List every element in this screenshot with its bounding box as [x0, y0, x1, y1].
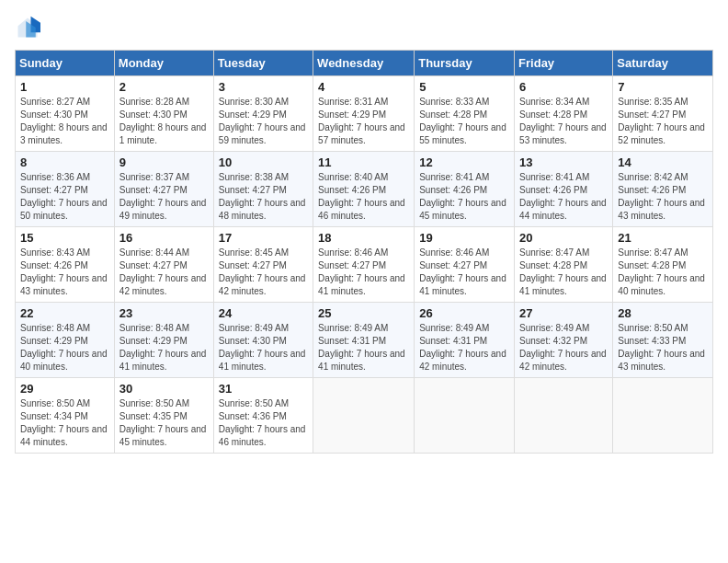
calendar-cell [313, 378, 415, 454]
calendar-cell: 27Sunrise: 8:49 AMSunset: 4:32 PMDayligh… [515, 303, 613, 378]
calendar-header-friday: Friday [515, 51, 613, 76]
calendar-cell: 8Sunrise: 8:36 AMSunset: 4:27 PMDaylight… [16, 152, 115, 227]
day-info: Sunrise: 8:30 AMSunset: 4:29 PMDaylight:… [219, 96, 308, 147]
calendar-cell: 11Sunrise: 8:40 AMSunset: 4:26 PMDayligh… [313, 152, 415, 227]
calendar-cell: 15Sunrise: 8:43 AMSunset: 4:26 PMDayligh… [16, 227, 115, 303]
calendar-cell: 12Sunrise: 8:41 AMSunset: 4:26 PMDayligh… [415, 152, 515, 227]
day-info: Sunrise: 8:47 AMSunset: 4:28 PMDaylight:… [519, 247, 608, 298]
day-info: Sunrise: 8:28 AMSunset: 4:30 PMDaylight:… [119, 96, 209, 147]
day-info: Sunrise: 8:46 AMSunset: 4:27 PMDaylight:… [318, 247, 409, 298]
day-number: 2 [119, 80, 209, 94]
day-number: 28 [618, 306, 708, 320]
day-info: Sunrise: 8:34 AMSunset: 4:28 PMDaylight:… [519, 96, 608, 147]
calendar-cell: 7Sunrise: 8:35 AMSunset: 4:27 PMDaylight… [613, 76, 713, 152]
day-number: 30 [119, 382, 209, 396]
day-number: 24 [219, 306, 308, 320]
calendar-header-sunday: Sunday [16, 51, 115, 76]
calendar-header-saturday: Saturday [613, 51, 713, 76]
day-info: Sunrise: 8:44 AMSunset: 4:27 PMDaylight:… [119, 247, 209, 298]
day-number: 26 [419, 306, 509, 320]
day-info: Sunrise: 8:47 AMSunset: 4:28 PMDaylight:… [618, 247, 708, 298]
day-info: Sunrise: 8:31 AMSunset: 4:29 PMDaylight:… [318, 96, 409, 147]
day-info: Sunrise: 8:49 AMSunset: 4:32 PMDaylight:… [519, 322, 608, 373]
day-number: 10 [219, 155, 308, 169]
calendar-cell: 5Sunrise: 8:33 AMSunset: 4:28 PMDaylight… [415, 76, 515, 152]
calendar-week-1: 1Sunrise: 8:27 AMSunset: 4:30 PMDaylight… [16, 76, 713, 152]
calendar-cell: 31Sunrise: 8:50 AMSunset: 4:36 PMDayligh… [213, 378, 313, 454]
day-info: Sunrise: 8:27 AMSunset: 4:30 PMDaylight:… [20, 96, 109, 147]
day-number: 21 [618, 231, 708, 245]
calendar-cell: 1Sunrise: 8:27 AMSunset: 4:30 PMDaylight… [16, 76, 115, 152]
calendar-cell: 4Sunrise: 8:31 AMSunset: 4:29 PMDaylight… [313, 76, 415, 152]
day-number: 9 [119, 155, 209, 169]
day-number: 3 [219, 80, 308, 94]
calendar-cell: 28Sunrise: 8:50 AMSunset: 4:33 PMDayligh… [613, 303, 713, 378]
calendar-cell: 17Sunrise: 8:45 AMSunset: 4:27 PMDayligh… [213, 227, 313, 303]
calendar-cell: 18Sunrise: 8:46 AMSunset: 4:27 PMDayligh… [313, 227, 415, 303]
calendar-cell: 14Sunrise: 8:42 AMSunset: 4:26 PMDayligh… [613, 152, 713, 227]
day-number: 12 [419, 155, 509, 169]
day-number: 4 [318, 80, 409, 94]
calendar-cell: 26Sunrise: 8:49 AMSunset: 4:31 PMDayligh… [415, 303, 515, 378]
logo [15, 15, 44, 40]
day-info: Sunrise: 8:49 AMSunset: 4:31 PMDaylight:… [419, 322, 509, 373]
calendar-header-thursday: Thursday [415, 51, 515, 76]
calendar-cell: 13Sunrise: 8:41 AMSunset: 4:26 PMDayligh… [515, 152, 613, 227]
day-info: Sunrise: 8:49 AMSunset: 4:31 PMDaylight:… [318, 322, 409, 373]
day-number: 22 [20, 306, 109, 320]
day-info: Sunrise: 8:50 AMSunset: 4:35 PMDaylight:… [119, 397, 209, 449]
day-number: 20 [519, 231, 608, 245]
calendar-cell: 3Sunrise: 8:30 AMSunset: 4:29 PMDaylight… [213, 76, 313, 152]
day-info: Sunrise: 8:50 AMSunset: 4:36 PMDaylight:… [219, 397, 308, 449]
calendar-cell: 23Sunrise: 8:48 AMSunset: 4:29 PMDayligh… [114, 303, 213, 378]
calendar-cell: 16Sunrise: 8:44 AMSunset: 4:27 PMDayligh… [114, 227, 213, 303]
day-number: 6 [519, 80, 608, 94]
day-number: 11 [318, 155, 409, 169]
day-number: 18 [318, 231, 409, 245]
calendar-cell: 29Sunrise: 8:50 AMSunset: 4:34 PMDayligh… [16, 378, 115, 454]
day-info: Sunrise: 8:43 AMSunset: 4:26 PMDaylight:… [20, 247, 109, 298]
day-number: 31 [219, 382, 308, 396]
day-info: Sunrise: 8:45 AMSunset: 4:27 PMDaylight:… [219, 247, 308, 298]
page-header [15, 15, 713, 40]
day-info: Sunrise: 8:49 AMSunset: 4:30 PMDaylight:… [219, 322, 308, 373]
calendar-header-wednesday: Wednesday [313, 51, 415, 76]
day-info: Sunrise: 8:38 AMSunset: 4:27 PMDaylight:… [219, 171, 308, 223]
day-info: Sunrise: 8:37 AMSunset: 4:27 PMDaylight:… [119, 171, 209, 223]
day-info: Sunrise: 8:48 AMSunset: 4:29 PMDaylight:… [119, 322, 209, 373]
calendar-cell: 20Sunrise: 8:47 AMSunset: 4:28 PMDayligh… [515, 227, 613, 303]
day-number: 29 [20, 382, 109, 396]
day-number: 17 [219, 231, 308, 245]
day-info: Sunrise: 8:50 AMSunset: 4:33 PMDaylight:… [618, 322, 708, 373]
calendar-header-monday: Monday [114, 51, 213, 76]
calendar-week-2: 8Sunrise: 8:36 AMSunset: 4:27 PMDaylight… [16, 152, 713, 227]
day-number: 25 [318, 306, 409, 320]
calendar-cell: 6Sunrise: 8:34 AMSunset: 4:28 PMDaylight… [515, 76, 613, 152]
calendar-week-5: 29Sunrise: 8:50 AMSunset: 4:34 PMDayligh… [16, 378, 713, 454]
day-info: Sunrise: 8:40 AMSunset: 4:26 PMDaylight:… [318, 171, 409, 223]
day-number: 13 [519, 155, 608, 169]
calendar-cell: 9Sunrise: 8:37 AMSunset: 4:27 PMDaylight… [114, 152, 213, 227]
calendar-cell: 25Sunrise: 8:49 AMSunset: 4:31 PMDayligh… [313, 303, 415, 378]
day-info: Sunrise: 8:33 AMSunset: 4:28 PMDaylight:… [419, 96, 509, 147]
calendar-week-4: 22Sunrise: 8:48 AMSunset: 4:29 PMDayligh… [16, 303, 713, 378]
day-number: 8 [20, 155, 109, 169]
calendar-cell: 19Sunrise: 8:46 AMSunset: 4:27 PMDayligh… [415, 227, 515, 303]
day-number: 14 [618, 155, 708, 169]
day-number: 15 [20, 231, 109, 245]
day-number: 16 [119, 231, 209, 245]
calendar-cell [613, 378, 713, 454]
calendar-cell: 30Sunrise: 8:50 AMSunset: 4:35 PMDayligh… [114, 378, 213, 454]
calendar-cell [415, 378, 515, 454]
calendar-cell [515, 378, 613, 454]
day-info: Sunrise: 8:50 AMSunset: 4:34 PMDaylight:… [20, 397, 109, 449]
calendar-table: SundayMondayTuesdayWednesdayThursdayFrid… [15, 50, 713, 454]
day-info: Sunrise: 8:42 AMSunset: 4:26 PMDaylight:… [618, 171, 708, 223]
calendar-cell: 21Sunrise: 8:47 AMSunset: 4:28 PMDayligh… [613, 227, 713, 303]
calendar-cell: 22Sunrise: 8:48 AMSunset: 4:29 PMDayligh… [16, 303, 115, 378]
day-info: Sunrise: 8:41 AMSunset: 4:26 PMDaylight:… [419, 171, 509, 223]
day-info: Sunrise: 8:48 AMSunset: 4:29 PMDaylight:… [20, 322, 109, 373]
calendar-cell: 24Sunrise: 8:49 AMSunset: 4:30 PMDayligh… [213, 303, 313, 378]
calendar-header-row: SundayMondayTuesdayWednesdayThursdayFrid… [16, 51, 713, 76]
day-info: Sunrise: 8:36 AMSunset: 4:27 PMDaylight:… [20, 171, 109, 223]
